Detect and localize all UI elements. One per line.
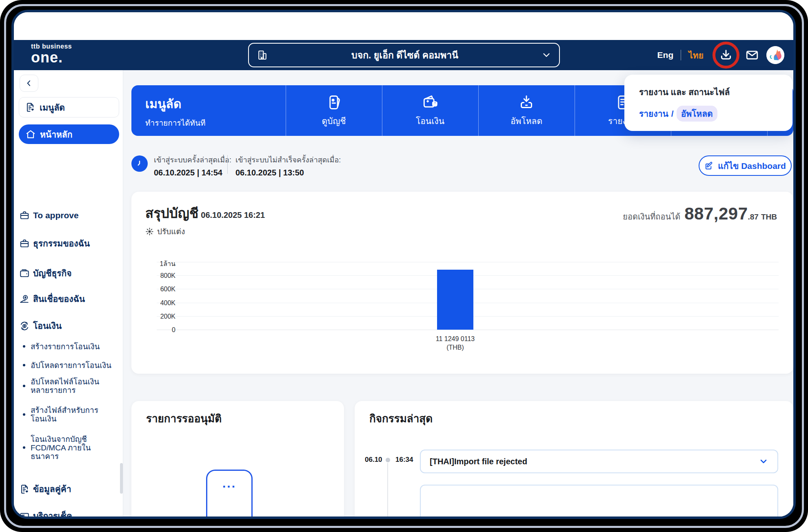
withdrawable-fraction: .87 (748, 213, 759, 222)
y-tick: 400K (143, 299, 175, 307)
chevron-down-icon (541, 50, 552, 60)
wallet-icon (19, 268, 30, 279)
y-tick: 0 (143, 326, 175, 334)
quick-tile-transfer[interactable]: โอนเงิน (382, 85, 478, 136)
y-tick: 1ล้าน (143, 259, 175, 269)
currency-sub-label: (THB) (418, 343, 493, 352)
sidebar-label: To approve (33, 211, 79, 220)
sidebar-sub-label: โอนเงินจากบัญชี FCD/MCA ภายใน ธนาคาร (31, 435, 112, 461)
loan-coin-icon (19, 294, 30, 304)
quick-tile-label: โอนเงิน (416, 114, 444, 128)
sidebar-item-shortcut-menu[interactable]: เมนูลัด (19, 97, 119, 117)
wallet-transfer-icon (421, 93, 439, 111)
reports-upload-link[interactable]: รายงาน / อัพโหลด (639, 106, 717, 122)
gear-icon (145, 227, 154, 236)
quick-tile-view-accounts[interactable]: ดูบัญชี (286, 85, 382, 136)
upload-tray-icon (517, 93, 535, 111)
mail-icon[interactable] (745, 48, 759, 62)
recent-activity-title: กิจกรรมล่าสุด (369, 410, 433, 427)
clock-icon (131, 155, 148, 172)
briefcase-icon (19, 238, 30, 249)
sidebar-label: บัญชีธุรกิจ (33, 266, 72, 280)
sidebar-item-counterparty-data[interactable]: ข้อมูลคู่ค้า (19, 482, 120, 496)
lang-divider (681, 50, 681, 60)
sidebar-item-cheque-services[interactable]: บริการเช็ค (19, 509, 120, 516)
briefcase-icon (19, 210, 30, 221)
timeline-dot (386, 458, 390, 462)
edit-dashboard-button[interactable]: แก้ไข Dashboard (699, 155, 792, 176)
reports-link-text[interactable]: รายงาน (639, 107, 668, 120)
pending-approvals-card: รายการรออนุมัติ ... (131, 401, 344, 516)
empty-state-dots: ... (207, 477, 251, 490)
sidebar-subitem-upload-transfer[interactable]: อัปโหลดรายการโอนเงิน (23, 357, 115, 373)
sidebar-item-transfer[interactable]: โอนเงิน (19, 319, 120, 332)
login-info-row: เข้าสู่ระบบครั้งล่าสุดเมื่อ: 06.10.2025 … (131, 153, 793, 177)
screenshot-canvas: ttb business one. บจก. ยูเอ็ก ดีไซต์ คอม… (0, 0, 808, 532)
reports-popup-title: รายงาน และ สถานะไฟล์ (639, 85, 730, 99)
bullet-dot (23, 345, 25, 348)
sidebar-label: ธุรกรรมของฉัน (33, 237, 90, 250)
chart-bar (437, 270, 473, 330)
y-tick: 800K (143, 272, 175, 279)
sidebar-sub-label: สร้างรายการโอนเงิน (31, 342, 112, 351)
lang-toggle-eng[interactable]: Eng (657, 50, 674, 60)
timeline-line (387, 463, 388, 516)
quick-tile-label: อัพโหลด (511, 114, 542, 128)
last-login-value: 06.10.2025 | 14:54 (154, 168, 231, 177)
sidebar: เมนูลัด หน้าหลัก (14, 70, 123, 516)
sidebar-subitem-create-transfer-file[interactable]: สร้างไฟล์สำหรับการโอนเงิน (23, 404, 115, 425)
balance-bar-chart: 1ล้าน 800K 600K 400K 200K 0 11 1249 0113… (157, 262, 779, 330)
last-login-block: เข้าสู่ระบบครั้งล่าสุดเมื่อ: 06.10.2025 … (154, 154, 231, 177)
bullet-dot (23, 446, 25, 449)
sidebar-sub-label: อัปโหลดรายการโอนเงิน (31, 361, 112, 370)
building-icon (256, 49, 269, 61)
bullet-dot (23, 385, 25, 387)
quick-tile-upload[interactable]: อัพโหลด (478, 85, 575, 136)
company-selector[interactable]: บจก. ยูเอ็ก ดีไซต์ คอมพานี (248, 43, 560, 67)
activity-date: 06.10 (365, 456, 382, 464)
sidebar-label: ข้อมูลคู่ค้า (33, 482, 71, 496)
sidebar-item-home[interactable]: หน้าหลัก (19, 124, 119, 144)
lang-toggle-thai[interactable]: ไทย (688, 49, 704, 62)
user-avatar[interactable] (766, 46, 784, 64)
sidebar-sub-label: อัปโหลดไฟล์โอนเงินหลายรายการ (31, 377, 112, 395)
chevron-down-icon[interactable] (759, 457, 768, 466)
document-heart-icon (25, 102, 36, 113)
y-tick: 600K (143, 286, 175, 293)
sidebar-subitem-fcd-mca-transfer[interactable]: โอนเงินจากบัญชี FCD/MCA ภายใน ธนาคาร (23, 432, 115, 463)
company-name: บจก. ยูเอ็ก ดีไซต์ คอมพานี (269, 48, 541, 62)
sidebar-item-business-accounts[interactable]: บัญชีธุรกิจ (19, 266, 120, 280)
document-heart-icon (19, 484, 30, 494)
edit-dashboard-label: แก้ไข Dashboard (718, 159, 786, 173)
home-icon (25, 129, 36, 140)
sidebar-item-my-transactions[interactable]: ธุรกรรมของฉัน (19, 237, 120, 250)
quick-menu-subtitle: ทำรายการได้ทันที (145, 117, 206, 129)
y-tick: 200K (143, 313, 175, 320)
upload-link-highlighted[interactable]: อัพโหลด (677, 106, 717, 122)
sidebar-label: สินเชื่อของฉัน (33, 292, 85, 306)
sidebar-shortcut-label: เมนูลัด (40, 101, 65, 114)
bullet-dot (23, 364, 25, 366)
account-number-label: 11 1249 0113 (418, 335, 493, 343)
activity-row-partial[interactable] (420, 485, 778, 516)
customize-button[interactable]: ปรับแต่ง (145, 225, 185, 237)
withdrawable-currency: THB (761, 213, 777, 222)
header-right-cluster: Eng ไทย (657, 40, 784, 70)
sidebar-label: โอนเงิน (33, 319, 62, 332)
pending-approvals-title: รายการรออนุมัติ (146, 410, 222, 427)
last-failed-label: เข้าสู่ระบบไม่สำเร็จครั้งล่าสุดเมื่อ: (235, 154, 341, 166)
app-header: ttb business one. บจก. ยูเอ็ก ดีไซต์ คอม… (14, 40, 793, 70)
sidebar-item-my-loans[interactable]: สินเชื่อของฉัน (19, 292, 120, 306)
withdrawable-amount: 887,297 (684, 204, 748, 224)
activity-row-import-rejected[interactable]: [THAI]Import file rejected (420, 450, 778, 473)
last-failed-login-block: เข้าสู่ระบบไม่สำเร็จครั้งล่าสุดเมื่อ: 06… (235, 154, 341, 177)
sidebar-item-to-approve[interactable]: To approve (19, 210, 120, 221)
edit-pencil-icon (704, 161, 714, 171)
sidebar-subitem-create-transfer[interactable]: สร้างรายการโอนเงิน (23, 338, 115, 355)
sidebar-scrollbar-thumb[interactable] (120, 463, 123, 494)
sidebar-collapse-button[interactable] (20, 75, 38, 92)
reports-download-icon[interactable] (719, 48, 733, 62)
sidebar-home-label: หน้าหลัก (40, 128, 72, 141)
bullet-dot (23, 413, 25, 416)
sidebar-subitem-upload-bulk-file[interactable]: อัปโหลดไฟล์โอนเงินหลายรายการ (23, 375, 115, 397)
